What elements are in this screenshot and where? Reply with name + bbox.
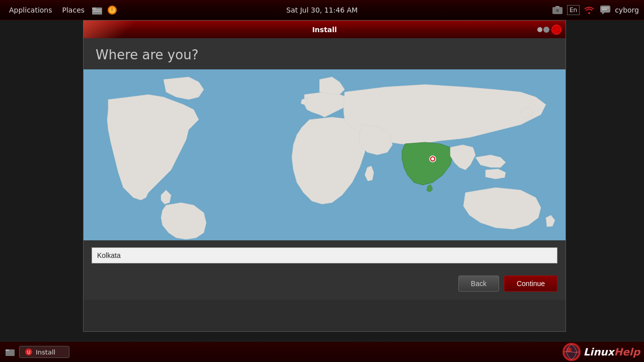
taskbar-left: Applications Places: [0, 4, 119, 16]
firefox-icon[interactable]: [107, 5, 118, 16]
language-indicator[interactable]: En: [567, 5, 580, 15]
window-controls: [543, 25, 561, 35]
svg-rect-12: [602, 8, 609, 9]
file-manager-icon[interactable]: [92, 5, 103, 16]
svg-rect-1: [92, 8, 96, 9]
page-header: Where are you?: [84, 38, 566, 69]
svg-text:U: U: [27, 350, 31, 355]
svg-rect-13: [602, 9, 607, 10]
titlebar-dot: [537, 27, 542, 32]
linuxhelp-logo: LinuxHelp: [561, 342, 640, 362]
svg-rect-18: [6, 349, 9, 351]
linuxhelp-text: LinuxHelp: [584, 346, 640, 358]
username-label: cyborg: [615, 6, 639, 14]
svg-point-16: [431, 157, 434, 160]
places-menu[interactable]: Places: [58, 4, 89, 16]
svg-point-9: [588, 12, 590, 14]
close-button[interactable]: [551, 25, 561, 35]
screenshot-icon[interactable]: [552, 5, 563, 16]
back-button[interactable]: Back: [458, 276, 499, 292]
network-icon[interactable]: [584, 5, 595, 16]
button-row: Back Continue: [84, 270, 566, 300]
window-titlebar: Install: [84, 21, 566, 38]
continue-button[interactable]: Continue: [504, 276, 557, 292]
location-bar: [84, 240, 566, 270]
minimize-button[interactable]: [543, 27, 549, 33]
taskbar-filemgr-icon[interactable]: [4, 346, 16, 358]
taskbar-datetime: Sat Jul 30, 11:46 AM: [286, 6, 358, 14]
svg-point-7: [555, 9, 559, 13]
install-taskbar-label: Install: [36, 348, 55, 356]
svg-rect-2: [93, 10, 101, 10]
location-input[interactable]: [92, 247, 557, 263]
svg-rect-8: [555, 6, 559, 8]
install-taskbar-item[interactable]: U Install: [19, 346, 69, 358]
svg-marker-11: [602, 13, 605, 15]
world-map[interactable]: [84, 69, 566, 240]
install-window: Install Where are you?: [83, 20, 566, 332]
top-taskbar: Applications Places Sat Jul 30, 11:46 AM: [0, 0, 644, 20]
applications-menu[interactable]: Applications: [5, 4, 56, 16]
chat-icon[interactable]: [600, 5, 611, 16]
svg-rect-3: [93, 11, 101, 12]
bottom-taskbar: U Install LinuxHelp: [0, 342, 644, 362]
taskbar-right: En cyborg: [551, 5, 644, 16]
page-title: Where are you?: [96, 47, 553, 62]
window-title: Install: [312, 26, 337, 34]
